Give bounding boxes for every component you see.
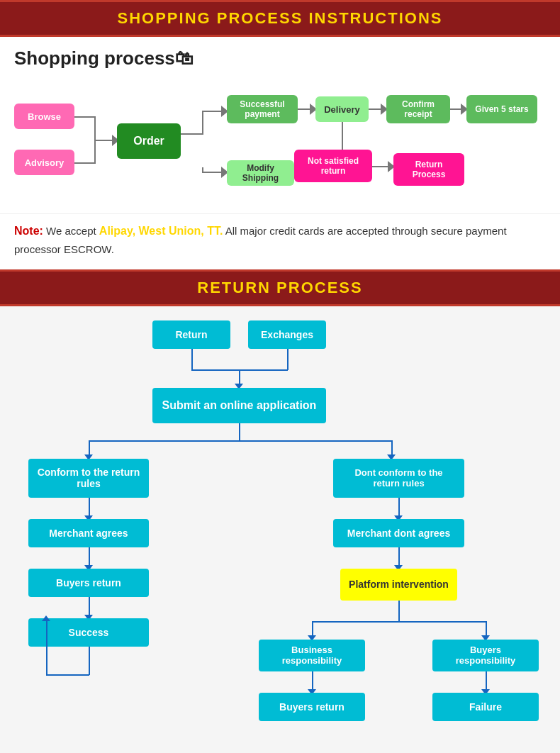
merchant-agrees-box: Merchant agrees — [28, 519, 149, 547]
line-return-down — [191, 349, 193, 370]
line-h-left-branch — [89, 440, 240, 442]
arrowtip-loop-up — [42, 615, 50, 621]
line-success-left — [46, 674, 89, 676]
failure-box: Failure — [432, 693, 539, 721]
buyers-return-left-box: Buyers return — [28, 569, 149, 597]
arrow-order-top — [181, 133, 202, 135]
conform-rules-box: Conform to the return rules — [28, 459, 149, 498]
dont-conform-box: Dont conform to the return rules — [333, 459, 464, 498]
browse-box: Browse — [14, 104, 74, 129]
line-exchanges-down — [287, 349, 289, 370]
header-banner-2: RETURN PROCESS — [0, 269, 560, 306]
note-highlight: Alipay, West Union, TT. — [99, 225, 223, 237]
merchant-dont-agrees-box: Merchant dont agrees — [333, 519, 464, 547]
shopping-flow-diagram: Browse Advisory Order Successful payment… — [14, 82, 560, 199]
line-success-down — [89, 647, 90, 675]
arrow-to-modify — [202, 172, 223, 173]
header-title-2: RETURN PROCESS — [197, 279, 362, 296]
shopping-title: Shopping process🛍 — [14, 48, 546, 69]
line-h-platform-left — [312, 621, 399, 623]
line-platform-down — [398, 601, 400, 622]
given-5stars-box: Given 5 stars — [466, 95, 537, 123]
arrow-to-succ — [202, 111, 223, 112]
line-submit-down — [239, 423, 240, 441]
platform-intervention-box: Platform intervention — [340, 569, 457, 601]
return-flow-container: Return Exchanges Submit an online applic… — [14, 320, 546, 753]
note-label: Note: — [14, 225, 43, 237]
line-h-right-branch — [239, 440, 391, 442]
header-banner-1: SHOPPING PROCESS INSTRUCTIONS — [0, 0, 560, 37]
submit-app-box: Submit an online application — [152, 388, 326, 423]
buyers-resp-box: Buyers responsibility — [432, 640, 539, 671]
modify-shipping-box: Modify Shipping — [227, 160, 294, 186]
exchanges-box: Exchanges — [248, 320, 326, 349]
confirm-receipt-box: Confirm receipt — [386, 95, 450, 123]
arrow-v-fork — [202, 111, 203, 135]
note-paragraph: Note: We accept Alipay, West Union, TT. … — [14, 221, 546, 259]
line-success-loop — [46, 618, 47, 675]
return-section: Return Exchanges Submit an online applic… — [0, 306, 560, 753]
shopping-section: Shopping process🛍 Browse Advisory Order … — [0, 37, 560, 213]
arrow-advisory-join — [74, 162, 96, 164]
buyers-return-right-box: Buyers return — [259, 693, 365, 721]
note-section: Note: We accept Alipay, West Union, TT. … — [0, 213, 560, 269]
advisory-box: Advisory — [14, 150, 74, 175]
order-box: Order — [117, 123, 181, 159]
header-title-1: SHOPPING PROCESS INSTRUCTIONS — [118, 9, 443, 27]
line-h-platform-right — [398, 621, 486, 623]
return-process-box: Return Process — [393, 153, 464, 186]
return-box: Return — [152, 320, 230, 349]
not-satisfied-return-box: Not satisfied return — [294, 150, 372, 182]
delivery-box: Delivery — [315, 96, 369, 122]
arrow-browse-join — [74, 116, 96, 118]
business-resp-box: Business responsibility — [259, 640, 365, 671]
successful-payment-box: Successful payment — [227, 95, 298, 123]
